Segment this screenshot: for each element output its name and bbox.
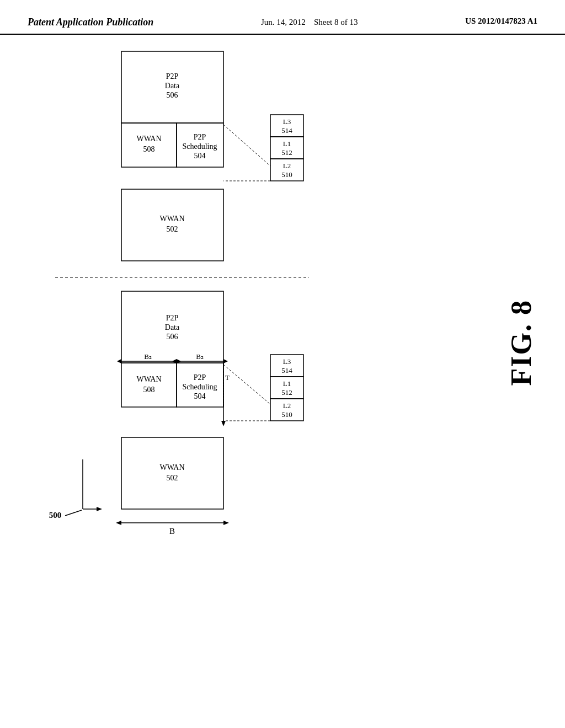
svg-rect-30: [121, 363, 177, 407]
svg-text:508: 508: [143, 386, 155, 394]
svg-marker-69: [97, 507, 102, 511]
svg-text:WWAN: WWAN: [136, 135, 161, 143]
svg-text:506: 506: [167, 91, 178, 99]
svg-rect-60: [121, 437, 223, 509]
svg-text:Scheduling: Scheduling: [183, 142, 217, 151]
svg-text:502: 502: [167, 474, 178, 482]
svg-text:512: 512: [281, 388, 292, 397]
svg-line-71: [65, 510, 82, 516]
svg-text:P2P: P2P: [194, 373, 206, 382]
publication-date-sheet: Jun. 14, 2012 Sheet 8 of 13: [261, 17, 358, 28]
svg-text:512: 512: [281, 148, 292, 157]
svg-text:L3: L3: [283, 357, 291, 366]
svg-marker-38: [117, 359, 121, 363]
publication-title: Patent Application Publication: [28, 17, 153, 28]
svg-text:L1: L1: [283, 379, 291, 388]
svg-text:B: B: [169, 527, 175, 536]
svg-text:T: T: [225, 373, 230, 382]
svg-line-11: [223, 125, 270, 166]
svg-text:Data: Data: [165, 323, 180, 331]
svg-text:B₂: B₂: [196, 352, 204, 361]
svg-text:Data: Data: [165, 82, 180, 90]
svg-text:P2P: P2P: [166, 72, 179, 81]
svg-text:510: 510: [281, 410, 292, 419]
svg-marker-59: [221, 421, 226, 426]
svg-text:Scheduling: Scheduling: [183, 383, 217, 391]
svg-text:508: 508: [143, 145, 155, 153]
svg-text:L2: L2: [283, 162, 291, 170]
svg-text:500: 500: [49, 511, 62, 520]
svg-text:B₂: B₂: [144, 352, 152, 361]
svg-text:P2P: P2P: [166, 314, 179, 322]
svg-text:L3: L3: [283, 117, 291, 126]
svg-text:510: 510: [281, 170, 292, 179]
svg-marker-43: [223, 359, 228, 363]
svg-text:502: 502: [167, 225, 178, 233]
svg-text:WWAN: WWAN: [159, 215, 184, 223]
page-header: Patent Application Publication Jun. 14, …: [0, 0, 565, 35]
svg-marker-64: [116, 521, 121, 525]
svg-text:514: 514: [281, 126, 292, 135]
svg-line-47: [223, 365, 270, 404]
svg-text:WWAN: WWAN: [159, 463, 184, 472]
svg-text:514: 514: [281, 366, 292, 374]
svg-text:504: 504: [194, 392, 206, 400]
svg-text:L2: L2: [283, 402, 291, 410]
svg-text:WWAN: WWAN: [136, 375, 161, 383]
figure-label: FIG. 8: [505, 299, 537, 386]
svg-marker-65: [223, 521, 229, 525]
svg-text:P2P: P2P: [194, 133, 206, 141]
publication-number: US 2012/0147823 A1: [465, 17, 537, 26]
svg-text:L1: L1: [283, 140, 291, 148]
svg-text:506: 506: [167, 333, 178, 341]
svg-text:504: 504: [194, 152, 206, 160]
diagram-area: P2P Data 506 WWAN 508 P2P Scheduling 504…: [0, 35, 565, 719]
